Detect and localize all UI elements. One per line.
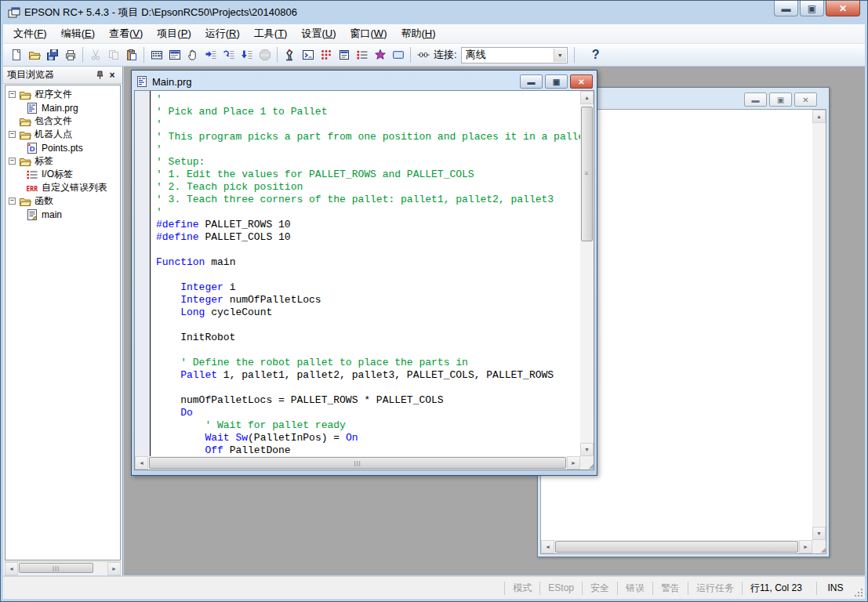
connect-label: 连接:	[434, 48, 457, 62]
close-icon[interactable]: ×	[106, 69, 118, 82]
app-minimize-button[interactable]: ▬	[774, 1, 798, 16]
app-title: EPSON RC+ 5.4.3 - 项目 D:\EpsonRC50\Projec…	[24, 5, 297, 20]
bg-minimize-button[interactable]: ▬	[744, 92, 767, 107]
app-close-button[interactable]: ✕	[826, 1, 860, 16]
cursor-position: 行11, Col 23	[742, 582, 816, 595]
menu-E[interactable]: 编辑(E)	[54, 24, 102, 43]
tree-item[interactable]: ERR自定义错误列表	[9, 181, 120, 194]
maintenance-icon[interactable]	[371, 46, 389, 64]
simulator-icon[interactable]	[389, 46, 407, 64]
code-line: Do	[156, 407, 580, 419]
code-area[interactable]: '' Pick and Place 1 to Pallet'' This pro…	[151, 91, 580, 456]
code-line: #define PALLET_ROWS 10	[156, 219, 580, 231]
command-window-icon[interactable]	[299, 46, 317, 64]
sidebar-horizontal-scrollbar[interactable]: ◄ ► |||	[5, 561, 121, 574]
code-line: '	[156, 118, 580, 131]
code-line: ' 3. Teach three corners of the pallet: …	[156, 194, 580, 206]
expander-icon[interactable]: −	[9, 198, 16, 205]
code-line: Integer numOfPalletLocs	[156, 294, 580, 306]
paste-icon[interactable]	[122, 46, 140, 64]
io-label-editor-icon[interactable]	[353, 46, 371, 64]
editor-window-title: Main.prg	[152, 76, 192, 88]
folder-icon	[19, 129, 31, 141]
editor-resize-grip[interactable]: ◢	[580, 456, 594, 470]
tree-item-label: 包含文件	[35, 114, 72, 128]
tree-item-label: 机器人点	[35, 128, 72, 141]
expander-icon[interactable]: −	[9, 158, 16, 165]
save-all-icon[interactable]	[43, 46, 61, 64]
editor-close-button[interactable]: ✕	[570, 74, 593, 89]
menu-U[interactable]: 设置(U)	[294, 24, 343, 43]
func-file-icon	[26, 209, 38, 221]
svg-text:STOP: STOP	[260, 54, 269, 57]
tree-item[interactable]: −机器人点	[9, 128, 120, 141]
print-icon[interactable]	[61, 46, 79, 64]
editor-vertical-scrollbar[interactable]: ▲ ▼ ≡	[580, 91, 594, 456]
code-line	[156, 319, 580, 332]
tree-item[interactable]: I/O标签	[9, 168, 120, 181]
code-line: '	[156, 206, 580, 219]
bg-vertical-scrollbar[interactable]: ▲ ▼	[812, 110, 826, 540]
bg-horizontal-scrollbar[interactable]: ◄ ►	[541, 540, 812, 553]
step-into-icon[interactable]	[202, 46, 220, 64]
toolbar: STOP 连接: 离线 ▼ ?	[3, 44, 865, 67]
robot-manager-icon[interactable]	[281, 46, 299, 64]
editor-maximize-button[interactable]: ▣	[545, 74, 568, 89]
menu-T[interactable]: 工具(T)	[247, 24, 295, 43]
open-project-icon[interactable]	[25, 46, 43, 64]
window-resize-grip[interactable]	[854, 588, 863, 597]
status-indicator: 运行任务	[688, 582, 742, 595]
operator-window-icon[interactable]	[165, 46, 183, 64]
bg-maximize-button[interactable]: ▣	[769, 92, 792, 107]
pause-hand-icon[interactable]	[183, 46, 202, 64]
code-line	[156, 269, 580, 281]
menu-R[interactable]: 运行(R)	[198, 24, 247, 43]
connection-icon[interactable]	[414, 46, 432, 64]
status-indicator: 安全	[582, 582, 617, 595]
menu-P[interactable]: 项目(P)	[150, 24, 198, 43]
menu-H[interactable]: 帮助(H)	[394, 24, 442, 43]
code-line: InitRobot	[156, 332, 580, 344]
breakpoint-margin[interactable]	[135, 91, 151, 456]
editor-window[interactable]: Main.prg ▬ ▣ ✕ '' Pick and Place 1 to Pa…	[131, 70, 597, 476]
toolbar-separator	[82, 47, 83, 63]
pin-icon[interactable]	[93, 69, 106, 82]
app-icon	[8, 7, 20, 18]
step-over-icon[interactable]	[220, 46, 238, 64]
io-monitor-icon[interactable]	[317, 46, 335, 64]
tree-item[interactable]: Main.prg	[9, 101, 120, 114]
tree-item[interactable]: −函数	[9, 194, 120, 208]
tree-item[interactable]: 包含文件	[9, 114, 120, 128]
app-maximize-button[interactable]: ▣	[800, 1, 824, 16]
code-line: #define PALLET_COLS 10	[156, 231, 580, 244]
project-explorer-header: 项目浏览器 ×	[3, 67, 122, 84]
status-indicator: EStop	[539, 582, 582, 595]
bg-resize-grip[interactable]: ◢	[812, 540, 826, 553]
expander-icon[interactable]: −	[9, 91, 16, 98]
editor-title-bar: Main.prg ▬ ▣ ✕	[134, 73, 594, 90]
help-button[interactable]: ?	[587, 48, 605, 62]
tree-item[interactable]: main	[9, 208, 120, 221]
connection-select[interactable]: 离线 ▼	[461, 47, 568, 63]
tree-item[interactable]: DPoints.pts	[9, 141, 120, 154]
menu-V[interactable]: 查看(V)	[102, 24, 150, 43]
new-file-icon[interactable]	[7, 46, 25, 64]
editor-horizontal-scrollbar[interactable]: ◄ ► |||	[135, 456, 580, 470]
editor-minimize-button[interactable]: ▬	[520, 74, 543, 89]
toolbar-separator	[410, 47, 411, 63]
bg-close-button[interactable]: ✕	[794, 92, 817, 107]
tree-item[interactable]: −程序文件	[9, 88, 120, 101]
code-line	[156, 344, 580, 357]
task-manager-icon[interactable]	[335, 46, 353, 64]
tree-item-label: 函数	[35, 194, 53, 208]
step-out-icon[interactable]	[238, 46, 256, 64]
code-line: '	[156, 143, 580, 156]
expander-icon[interactable]: −	[9, 131, 16, 138]
tree-item-label: 程序文件	[35, 88, 72, 101]
menu-W[interactable]: 窗口(W)	[343, 24, 394, 43]
status-indicator: 警告	[652, 582, 688, 595]
chevron-down-icon[interactable]: ▼	[554, 49, 566, 62]
tree-item[interactable]: −标签	[9, 154, 120, 168]
menu-F[interactable]: 文件(F)	[6, 24, 54, 43]
run-window-icon[interactable]	[147, 46, 165, 64]
